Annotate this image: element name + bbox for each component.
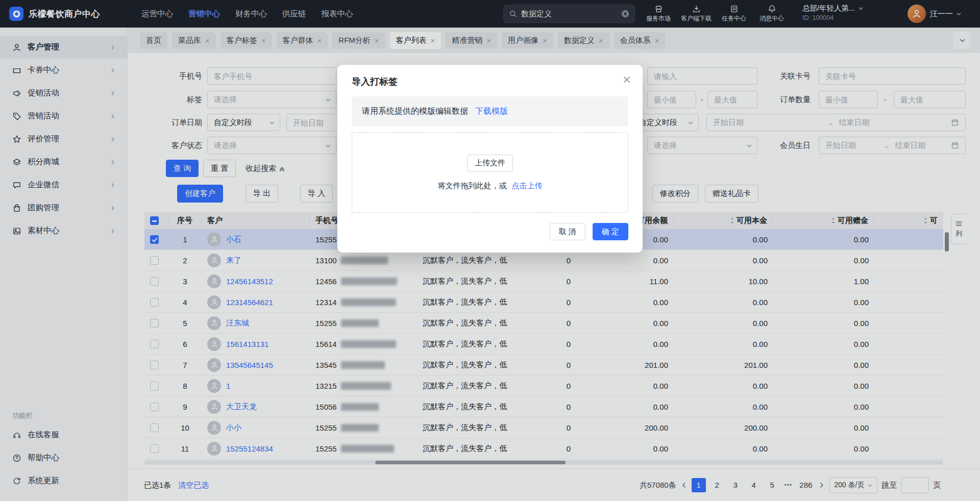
page: 乐檬餐饮商户中心 运营中心营销中心财务中心供应链报表中心 服务市场客户端下载任务… <box>0 0 980 501</box>
download-template-link[interactable]: 下载模版 <box>475 106 508 117</box>
upload-file-button[interactable]: 上传文件 <box>467 155 513 172</box>
click-upload-link[interactable]: 点击上传 <box>512 181 543 190</box>
dialog-title: 导入打标签 <box>352 75 628 88</box>
template-tip: 请用系统提供的模版编辑数据 下载模版 <box>352 96 628 126</box>
drag-hint-text: 将文件拖到此处，或 <box>437 181 506 190</box>
upload-dropzone[interactable]: 上传文件 将文件拖到此处，或 点击上传 <box>352 132 628 213</box>
import-tag-dialog: 导入打标签 请用系统提供的模版编辑数据 下载模版 上传文件 将文件拖到此处，或 … <box>337 65 643 253</box>
template-tip-text: 请用系统提供的模版编辑数据 <box>362 106 468 117</box>
confirm-button[interactable]: 确 定 <box>593 223 628 240</box>
cancel-button[interactable]: 取 消 <box>550 223 585 240</box>
close-icon[interactable] <box>622 75 631 84</box>
